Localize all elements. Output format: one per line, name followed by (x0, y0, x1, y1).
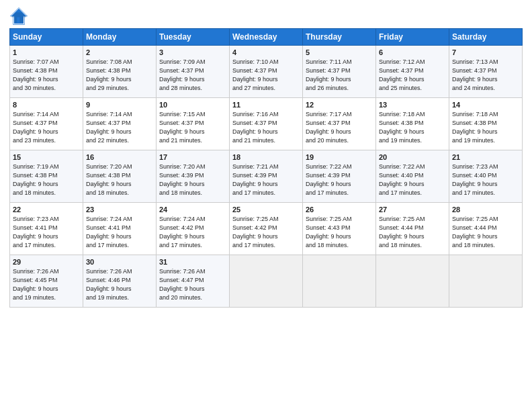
day-cell: 4Sunrise: 7:10 AM Sunset: 4:37 PM Daylig… (230, 46, 303, 98)
col-header-sunday: Sunday (10, 29, 83, 46)
day-cell: 26Sunrise: 7:25 AM Sunset: 4:43 PM Dayli… (303, 203, 376, 255)
day-info: Sunrise: 7:08 AM Sunset: 4:38 PM Dayligh… (86, 58, 153, 93)
calendar-header-row: SundayMondayTuesdayWednesdayThursdayFrid… (10, 29, 523, 46)
day-number: 12 (306, 101, 373, 109)
day-info: Sunrise: 7:12 AM Sunset: 4:37 PM Dayligh… (379, 58, 446, 93)
week-row-1: 1Sunrise: 7:07 AM Sunset: 4:38 PM Daylig… (10, 46, 523, 98)
day-cell (376, 255, 449, 308)
day-info: Sunrise: 7:17 AM Sunset: 4:37 PM Dayligh… (306, 110, 373, 145)
day-number: 20 (379, 153, 446, 161)
calendar-table: SundayMondayTuesdayWednesdayThursdayFrid… (9, 28, 523, 308)
logo-area (9, 7, 31, 26)
day-cell: 21Sunrise: 7:23 AM Sunset: 4:40 PM Dayli… (449, 150, 523, 203)
day-cell: 5Sunrise: 7:11 AM Sunset: 4:37 PM Daylig… (303, 46, 376, 98)
day-number: 3 (159, 48, 226, 56)
day-info: Sunrise: 7:22 AM Sunset: 4:40 PM Dayligh… (379, 163, 446, 197)
day-number: 18 (232, 153, 300, 161)
day-info: Sunrise: 7:09 AM Sunset: 4:37 PM Dayligh… (159, 58, 226, 93)
day-number: 8 (13, 101, 80, 109)
week-row-5: 29Sunrise: 7:26 AM Sunset: 4:45 PM Dayli… (10, 255, 523, 308)
day-cell: 6Sunrise: 7:12 AM Sunset: 4:37 PM Daylig… (376, 46, 449, 98)
day-number: 17 (159, 153, 226, 161)
day-info: Sunrise: 7:10 AM Sunset: 4:37 PM Dayligh… (232, 58, 300, 93)
day-cell: 22Sunrise: 7:23 AM Sunset: 4:41 PM Dayli… (10, 203, 83, 255)
day-cell: 13Sunrise: 7:18 AM Sunset: 4:38 PM Dayli… (376, 98, 449, 150)
day-number: 7 (452, 48, 519, 56)
day-cell: 15Sunrise: 7:19 AM Sunset: 4:38 PM Dayli… (10, 150, 83, 203)
day-cell: 8Sunrise: 7:14 AM Sunset: 4:37 PM Daylig… (10, 98, 83, 150)
col-header-friday: Friday (376, 29, 449, 46)
day-number: 14 (452, 101, 519, 109)
day-number: 22 (13, 205, 80, 214)
day-cell: 3Sunrise: 7:09 AM Sunset: 4:37 PM Daylig… (157, 46, 230, 98)
day-number: 25 (232, 205, 300, 214)
day-number: 28 (452, 205, 519, 214)
day-cell: 9Sunrise: 7:14 AM Sunset: 4:37 PM Daylig… (83, 98, 157, 150)
day-number: 9 (86, 101, 153, 109)
day-info: Sunrise: 7:26 AM Sunset: 4:46 PM Dayligh… (86, 267, 153, 302)
day-cell: 24Sunrise: 7:24 AM Sunset: 4:42 PM Dayli… (157, 203, 230, 255)
day-number: 27 (379, 205, 446, 214)
day-info: Sunrise: 7:21 AM Sunset: 4:39 PM Dayligh… (232, 163, 300, 197)
day-number: 29 (13, 258, 80, 266)
day-info: Sunrise: 7:23 AM Sunset: 4:41 PM Dayligh… (13, 215, 80, 250)
day-info: Sunrise: 7:18 AM Sunset: 4:38 PM Dayligh… (379, 110, 446, 145)
day-cell: 1Sunrise: 7:07 AM Sunset: 4:38 PM Daylig… (10, 46, 83, 98)
day-cell: 10Sunrise: 7:15 AM Sunset: 4:37 PM Dayli… (157, 98, 230, 150)
day-cell (449, 255, 523, 308)
day-number: 15 (13, 153, 80, 161)
day-info: Sunrise: 7:22 AM Sunset: 4:39 PM Dayligh… (306, 163, 373, 197)
day-number: 31 (159, 258, 226, 266)
logo-icon (9, 7, 28, 26)
day-cell: 16Sunrise: 7:20 AM Sunset: 4:38 PM Dayli… (83, 150, 157, 203)
day-info: Sunrise: 7:20 AM Sunset: 4:39 PM Dayligh… (159, 163, 226, 197)
day-info: Sunrise: 7:25 AM Sunset: 4:42 PM Dayligh… (232, 215, 300, 250)
day-cell: 17Sunrise: 7:20 AM Sunset: 4:39 PM Dayli… (157, 150, 230, 203)
day-cell: 12Sunrise: 7:17 AM Sunset: 4:37 PM Dayli… (303, 98, 376, 150)
day-cell: 19Sunrise: 7:22 AM Sunset: 4:39 PM Dayli… (303, 150, 376, 203)
day-number: 16 (86, 153, 153, 161)
week-row-2: 8Sunrise: 7:14 AM Sunset: 4:37 PM Daylig… (10, 98, 523, 150)
day-info: Sunrise: 7:14 AM Sunset: 4:37 PM Dayligh… (86, 110, 153, 145)
day-info: Sunrise: 7:18 AM Sunset: 4:38 PM Dayligh… (452, 110, 519, 145)
page-container: SundayMondayTuesdayWednesdayThursdayFrid… (0, 0, 532, 313)
day-info: Sunrise: 7:19 AM Sunset: 4:38 PM Dayligh… (13, 163, 80, 197)
day-number: 2 (86, 48, 153, 56)
day-cell: 29Sunrise: 7:26 AM Sunset: 4:45 PM Dayli… (10, 255, 83, 308)
day-cell: 7Sunrise: 7:13 AM Sunset: 4:37 PM Daylig… (449, 46, 523, 98)
day-number: 13 (379, 101, 446, 109)
day-number: 30 (86, 258, 153, 266)
day-cell: 25Sunrise: 7:25 AM Sunset: 4:42 PM Dayli… (230, 203, 303, 255)
day-cell (303, 255, 376, 308)
day-cell: 14Sunrise: 7:18 AM Sunset: 4:38 PM Dayli… (449, 98, 523, 150)
day-cell: 11Sunrise: 7:16 AM Sunset: 4:37 PM Dayli… (230, 98, 303, 150)
day-number: 5 (306, 48, 373, 56)
day-info: Sunrise: 7:23 AM Sunset: 4:40 PM Dayligh… (452, 163, 519, 197)
header (9, 7, 523, 26)
day-cell: 20Sunrise: 7:22 AM Sunset: 4:40 PM Dayli… (376, 150, 449, 203)
day-info: Sunrise: 7:24 AM Sunset: 4:41 PM Dayligh… (86, 215, 153, 250)
day-cell (230, 255, 303, 308)
day-cell: 23Sunrise: 7:24 AM Sunset: 4:41 PM Dayli… (83, 203, 157, 255)
day-info: Sunrise: 7:20 AM Sunset: 4:38 PM Dayligh… (86, 163, 153, 197)
day-info: Sunrise: 7:26 AM Sunset: 4:45 PM Dayligh… (13, 267, 80, 302)
day-number: 23 (86, 205, 153, 214)
day-cell: 27Sunrise: 7:25 AM Sunset: 4:44 PM Dayli… (376, 203, 449, 255)
day-cell: 18Sunrise: 7:21 AM Sunset: 4:39 PM Dayli… (230, 150, 303, 203)
week-row-4: 22Sunrise: 7:23 AM Sunset: 4:41 PM Dayli… (10, 203, 523, 255)
day-info: Sunrise: 7:11 AM Sunset: 4:37 PM Dayligh… (306, 58, 373, 93)
day-info: Sunrise: 7:14 AM Sunset: 4:37 PM Dayligh… (13, 110, 80, 145)
col-header-saturday: Saturday (449, 29, 523, 46)
day-cell: 2Sunrise: 7:08 AM Sunset: 4:38 PM Daylig… (83, 46, 157, 98)
day-cell: 30Sunrise: 7:26 AM Sunset: 4:46 PM Dayli… (83, 255, 157, 308)
day-info: Sunrise: 7:26 AM Sunset: 4:47 PM Dayligh… (159, 267, 226, 302)
day-info: Sunrise: 7:07 AM Sunset: 4:38 PM Dayligh… (13, 58, 80, 93)
day-number: 4 (232, 48, 300, 56)
col-header-monday: Monday (83, 29, 157, 46)
day-info: Sunrise: 7:25 AM Sunset: 4:44 PM Dayligh… (452, 215, 519, 250)
col-header-thursday: Thursday (303, 29, 376, 46)
day-number: 21 (452, 153, 519, 161)
day-info: Sunrise: 7:24 AM Sunset: 4:42 PM Dayligh… (159, 215, 226, 250)
day-number: 24 (159, 205, 226, 214)
day-number: 10 (159, 101, 226, 109)
